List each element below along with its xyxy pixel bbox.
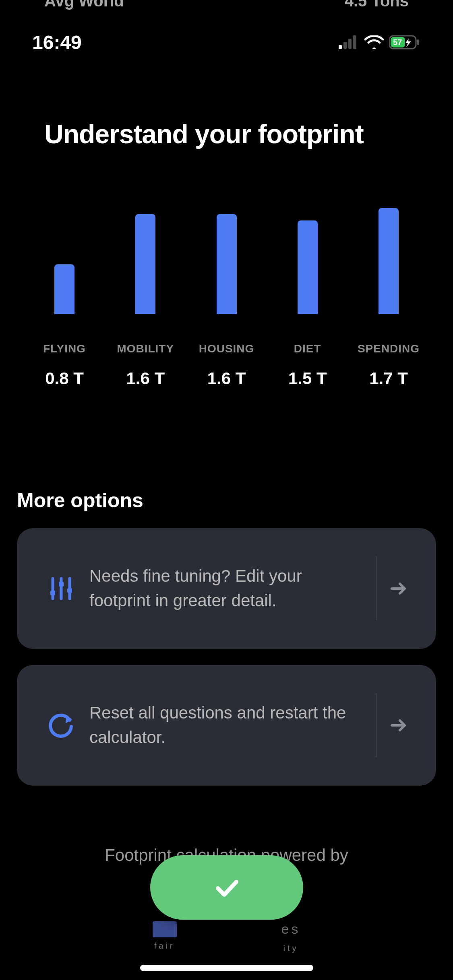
chart-column: DIET1.5 T bbox=[273, 202, 342, 388]
svg-rect-3 bbox=[353, 35, 356, 49]
svg-rect-2 bbox=[348, 39, 352, 49]
svg-rect-11 bbox=[59, 582, 64, 587]
battery-pct: 57 bbox=[393, 38, 402, 47]
sliders-icon bbox=[37, 574, 85, 603]
battery-icon: 57 bbox=[389, 35, 421, 49]
refresh-icon bbox=[37, 711, 85, 739]
chart-value-label: 1.6 T bbox=[207, 369, 246, 388]
chevron-right-icon bbox=[376, 556, 420, 621]
edit-footprint-card[interactable]: Needs fine tuning? Edit your footprint i… bbox=[17, 528, 436, 649]
chart-column: HOUSING1.6 T bbox=[192, 202, 261, 388]
chart-column: SPENDING1.7 T bbox=[354, 202, 423, 388]
chart-bar bbox=[379, 208, 399, 314]
logo-row: fair es ity bbox=[24, 918, 429, 955]
chart-bar bbox=[217, 214, 237, 314]
confirm-button[interactable] bbox=[150, 855, 303, 920]
status-time: 16:49 bbox=[32, 31, 82, 54]
svg-rect-1 bbox=[343, 42, 347, 49]
chart-category-label: DIET bbox=[294, 342, 321, 355]
cellular-icon bbox=[339, 35, 359, 49]
status-icons: 57 bbox=[339, 35, 421, 49]
edit-footprint-text: Needs fine tuning? Edit your footprint i… bbox=[85, 564, 376, 613]
svg-rect-6 bbox=[417, 39, 419, 45]
logo-right: es ity bbox=[281, 918, 301, 955]
chart-column: MOBILITY1.6 T bbox=[111, 202, 180, 388]
status-bar: 16:49 57 bbox=[0, 14, 453, 70]
more-options-heading: More options bbox=[0, 489, 453, 512]
logo-left: fair bbox=[153, 921, 177, 952]
comparison-label: Avg World bbox=[44, 0, 124, 10]
svg-rect-10 bbox=[50, 591, 55, 595]
chart-value-label: 1.5 T bbox=[288, 369, 327, 388]
chart-category-label: FLYING bbox=[43, 342, 86, 355]
home-indicator bbox=[140, 965, 313, 971]
chart-bar bbox=[298, 220, 318, 314]
svg-rect-0 bbox=[339, 45, 342, 49]
svg-rect-12 bbox=[67, 588, 72, 593]
chart-category-label: HOUSING bbox=[199, 342, 254, 355]
chart-column: FLYING0.8 T bbox=[30, 202, 99, 388]
comparison-row: Avg World 4.5 Tons bbox=[0, 0, 453, 10]
chart-value-label: 1.7 T bbox=[369, 369, 408, 388]
chart-value-label: 0.8 T bbox=[45, 369, 84, 388]
reset-calculator-text: Reset all questions and restart the calc… bbox=[85, 701, 376, 750]
chart-value-label: 1.6 T bbox=[126, 369, 165, 388]
chart-bar bbox=[54, 264, 74, 314]
comparison-value: 4.5 Tons bbox=[345, 0, 409, 10]
reset-calculator-card[interactable]: Reset all questions and restart the calc… bbox=[17, 665, 436, 786]
wifi-icon bbox=[364, 35, 384, 49]
check-icon bbox=[211, 871, 243, 904]
chevron-right-icon bbox=[376, 693, 420, 758]
page-title: Understand your footprint bbox=[0, 119, 453, 149]
chart-category-label: SPENDING bbox=[358, 342, 420, 355]
chart-category-label: MOBILITY bbox=[117, 342, 174, 355]
chart-bar bbox=[135, 214, 155, 314]
footprint-bar-chart: FLYING0.8 TMOBILITY1.6 THOUSING1.6 TDIET… bbox=[0, 202, 453, 388]
